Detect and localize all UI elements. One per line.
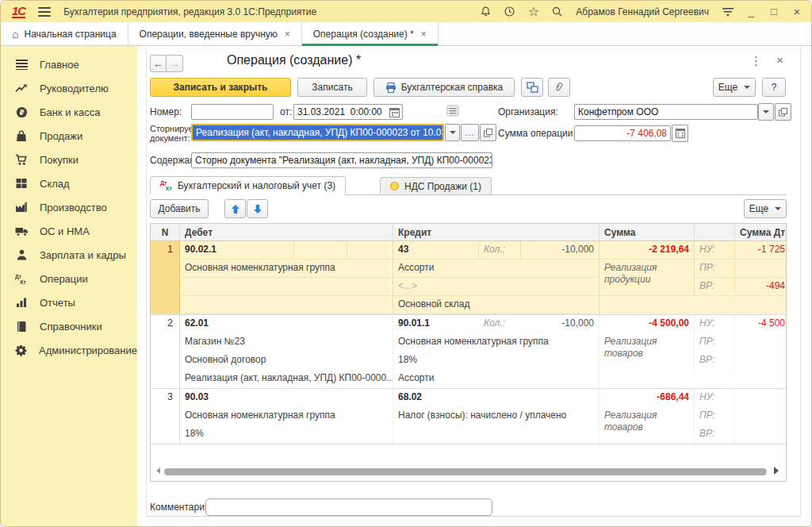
horizontal-scrollbar[interactable] [164,468,767,475]
sidebar-item-directories[interactable]: Справочники [1,314,137,338]
cell-credit-account[interactable]: 90.01.1 [393,315,479,333]
sidebar-item-main[interactable]: Главное [1,52,137,76]
document-structure-button[interactable] [521,78,543,97]
cell-debit-detail[interactable]: Реализация (акт, накладная, УПД) КП00-00… [180,370,393,388]
form-more-button[interactable]: Еще [713,78,756,97]
cell-credit-detail[interactable]: Ассорти [393,260,599,278]
close-icon[interactable]: × [791,5,803,18]
col-header-sum-dt[interactable]: Сумма Дт [735,224,786,240]
cell-debit-detail[interactable]: 18% [180,425,393,444]
calculator-button[interactable] [672,125,688,142]
col-header-n[interactable]: N [151,224,180,240]
cell-tax-value[interactable] [735,260,786,278]
cell-credit-detail[interactable]: Ассорти [393,370,599,388]
cell-qty-label[interactable]: Кол.: [479,241,521,260]
cell-debit-detail[interactable] [180,278,393,296]
cell-debit-detail[interactable] [180,296,393,314]
help-button[interactable]: ? [762,78,786,97]
cell-credit-detail[interactable] [393,425,599,444]
tab-close-icon[interactable]: × [285,29,290,40]
cell-credit-detail[interactable]: Основной склад [393,296,599,314]
move-up-button[interactable] [224,199,246,218]
storno-document-field[interactable]: Реализация (акт, накладная, УПД) КП00-00… [191,124,444,141]
col-header-credit[interactable]: Кредит [393,224,599,240]
storno-choose-button[interactable]: ... [461,124,479,141]
add-row-button[interactable]: Добавить [150,199,209,218]
cell-tax-value[interactable] [735,407,786,425]
current-user[interactable]: Абрамов Геннадий Сергеевич [576,6,709,17]
cell-tax-value[interactable] [735,352,786,370]
sidebar-item-os-nma[interactable]: ОС и НМА [1,219,137,243]
cell-tax-label[interactable]: ВР: [695,425,735,444]
sidebar-item-operations[interactable]: ДтКтОперации [1,267,137,290]
cell-credit-detail[interactable]: 18% [393,352,599,370]
cell-row-number[interactable]: 3 [151,389,180,444]
cell-tax-label[interactable]: ПР: [695,333,735,352]
cell-debit-detail[interactable]: Магазин №23 [180,333,393,352]
hscroll-right-arrow-icon[interactable] [774,467,779,475]
cell-sum-value[interactable]: -2 219,64 [599,241,695,260]
cell-sum-value[interactable]: -4 500,00 [599,315,695,333]
cell-credit-detail[interactable]: Основная номенклатурная группа [393,333,599,352]
sidebar-item-reports[interactable]: Отчеты [1,290,137,314]
cell-tax-value[interactable] [735,389,786,407]
organization-dropdown-button[interactable] [758,103,774,121]
calendar-icon[interactable] [389,107,400,117]
cell-debit-account[interactable]: 62.01 [180,315,393,333]
window-tab-manual-operations[interactable]: Операции, введенные вручную× [128,22,302,45]
cell-row-number[interactable]: 1 [151,241,180,314]
minimize-icon[interactable]: _ [745,6,757,17]
cell-tax-value[interactable]: -4 500 [735,315,786,333]
cell-tax-label[interactable]: НУ: [695,389,735,407]
date-field[interactable]: 31.03.2021 0:00:00 [293,104,403,120]
sidebar-item-sales[interactable]: Продажи [1,124,137,148]
form-close-icon[interactable]: × [776,53,783,67]
sidebar-item-salary-hr[interactable]: Зарплата и кадры [1,243,137,267]
tab-close-icon[interactable]: × [421,29,427,40]
journal-list-icon[interactable] [446,105,459,117]
sidebar-item-warehouse[interactable]: Склад [1,171,137,195]
accounting-reference-button[interactable]: Бухгалтерская справка [373,78,515,97]
table-row[interactable]: 262.01Магазин №23Основной договорРеализа… [151,315,786,389]
move-down-button[interactable] [247,199,268,218]
cell-sum-note[interactable]: Реализация товаров [599,407,695,444]
grid-more-button[interactable]: Еще [744,199,787,218]
comment-field[interactable] [205,498,492,516]
sidebar-item-purchases[interactable]: Покупки [1,148,137,171]
cell-qty-value[interactable]: -10,000 [521,241,599,260]
history-clock-icon[interactable] [503,5,516,18]
cell-tax-label[interactable]: НУ: [695,241,735,260]
cell-tax-label[interactable]: ВР: [695,352,735,370]
cell-debit-detail[interactable]: Основная номенклатурная группа [180,260,393,278]
cell-qty-label[interactable] [479,389,521,407]
cell-sum-note[interactable]: Реализация продукции [599,260,695,296]
col-header-debit[interactable]: Дебет [180,224,393,240]
storno-open-button[interactable] [480,124,496,141]
organization-open-button[interactable] [775,103,791,121]
cell-debit-account[interactable]: 90.02.1 [180,241,393,260]
window-tab-operation-create[interactable]: Операция (создание) *× [302,22,439,45]
operation-amount-field[interactable]: -7 406,08 [574,125,671,141]
cell-qty-label[interactable]: Кол.: [479,315,521,333]
service-menu-icon[interactable] [721,5,734,18]
cell-debit-detail[interactable]: Основная номенклатурная группа [180,407,393,425]
cell-tax-value[interactable]: -1 725 [735,241,786,260]
cell-sum-value[interactable]: -686,44 [599,389,695,407]
favorites-star-icon[interactable]: ☆ [527,5,540,18]
form-menu-dots-icon[interactable]: ⋮ [750,54,762,68]
forward-button[interactable]: → [167,55,183,72]
cell-tax-value[interactable] [735,333,786,352]
cell-qty-value[interactable] [521,389,599,407]
cell-credit-detail[interactable]: <...> [393,278,599,296]
cell-tax-label[interactable]: НУ: [695,315,735,333]
search-icon[interactable] [550,5,564,18]
cell-debit-account[interactable]: 90.03 [180,389,393,407]
sidebar-item-production[interactable]: Производство [1,195,137,219]
sidebar-item-manager[interactable]: Руководителю [1,76,137,100]
content-field[interactable]: Сторно документа "Реализация (акт, накла… [191,152,492,168]
hscroll-left-arrow-icon[interactable] [156,467,160,474]
cell-tax-label[interactable]: ПР: [695,407,735,425]
cell-tax-value[interactable] [735,425,786,444]
cell-tax-label[interactable]: ПР: [695,260,735,278]
cell-row-number[interactable]: 2 [151,315,180,388]
